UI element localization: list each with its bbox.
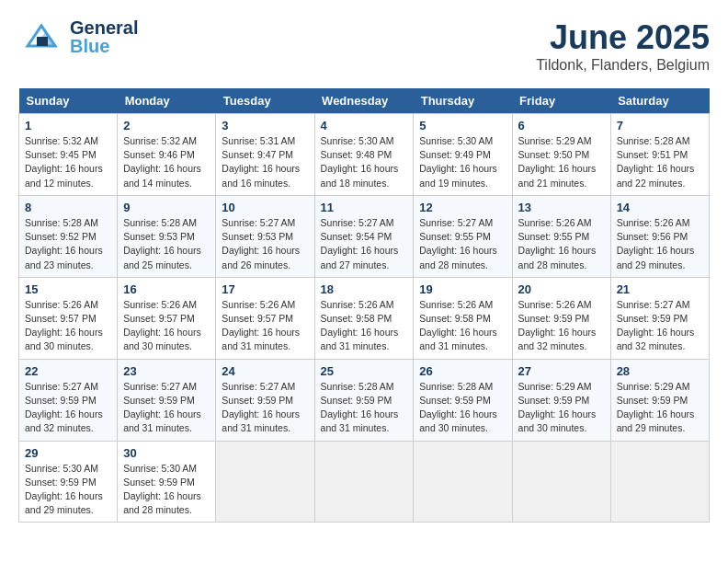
sunrise-time: Sunrise: 5:26 AM — [321, 299, 394, 310]
daylight-hours: Daylight: 16 hours and 16 minutes. — [222, 163, 300, 188]
day-number: 4 — [321, 119, 408, 132]
day-detail: Sunrise: 5:30 AM Sunset: 9:48 PM Dayligh… — [321, 134, 408, 190]
day-detail: Sunrise: 5:27 AM Sunset: 9:55 PM Dayligh… — [419, 216, 506, 272]
daylight-hours: Daylight: 16 hours and 27 minutes. — [321, 245, 399, 270]
sunrise-time: Sunrise: 5:27 AM — [123, 381, 197, 392]
sunset-time: Sunset: 9:57 PM — [25, 313, 97, 324]
calendar-week-row: 8 Sunrise: 5:28 AM Sunset: 9:52 PM Dayli… — [19, 195, 710, 277]
daylight-hours: Daylight: 16 hours and 28 minutes. — [419, 245, 497, 270]
sunrise-time: Sunrise: 5:27 AM — [222, 217, 295, 228]
day-detail: Sunrise: 5:26 AM Sunset: 9:58 PM Dayligh… — [321, 298, 408, 354]
calendar-cell: 20 Sunrise: 5:26 AM Sunset: 9:59 PM Dayl… — [512, 277, 610, 359]
sunset-time: Sunset: 9:57 PM — [222, 313, 293, 324]
sunset-time: Sunset: 9:53 PM — [222, 231, 293, 242]
day-detail: Sunrise: 5:27 AM Sunset: 9:54 PM Dayligh… — [321, 216, 408, 272]
day-number: 19 — [419, 282, 506, 296]
sunrise-time: Sunrise: 5:32 AM — [123, 135, 197, 146]
day-detail: Sunrise: 5:31 AM Sunset: 9:47 PM Dayligh… — [222, 134, 308, 190]
sunset-time: Sunset: 9:54 PM — [321, 231, 392, 242]
day-detail: Sunrise: 5:30 AM Sunset: 9:59 PM Dayligh… — [123, 462, 210, 518]
daylight-hours: Daylight: 16 hours and 25 minutes. — [123, 245, 201, 270]
calendar-cell: 4 Sunrise: 5:30 AM Sunset: 9:48 PM Dayli… — [314, 114, 414, 196]
day-number: 30 — [123, 446, 210, 460]
day-number: 16 — [123, 282, 210, 296]
day-detail: Sunrise: 5:26 AM Sunset: 9:56 PM Dayligh… — [617, 216, 703, 272]
daylight-hours: Daylight: 16 hours and 31 minutes. — [419, 327, 497, 351]
calendar-cell: 1 Sunrise: 5:32 AM Sunset: 9:45 PM Dayli… — [19, 114, 118, 196]
daylight-hours: Daylight: 16 hours and 14 minutes. — [123, 163, 201, 188]
sunset-time: Sunset: 9:53 PM — [123, 231, 195, 242]
sunrise-time: Sunrise: 5:27 AM — [25, 381, 98, 392]
daylight-hours: Daylight: 16 hours and 18 minutes. — [321, 163, 399, 188]
sunrise-time: Sunrise: 5:28 AM — [123, 217, 197, 228]
title-section: June 2025 Tildonk, Flanders, Belgium — [536, 18, 710, 74]
calendar-cell: 19 Sunrise: 5:26 AM Sunset: 9:58 PM Dayl… — [414, 277, 512, 359]
sunrise-time: Sunrise: 5:26 AM — [617, 217, 690, 228]
calendar-cell: 29 Sunrise: 5:30 AM Sunset: 9:59 PM Dayl… — [19, 441, 118, 523]
location-title: Tildonk, Flanders, Belgium — [536, 57, 710, 74]
logo-general-text: General — [70, 18, 138, 37]
day-detail: Sunrise: 5:28 AM Sunset: 9:59 PM Dayligh… — [321, 380, 408, 436]
sunrise-time: Sunrise: 5:27 AM — [419, 217, 493, 228]
daylight-hours: Daylight: 16 hours and 31 minutes. — [123, 408, 201, 433]
daylight-hours: Daylight: 16 hours and 31 minutes. — [222, 408, 300, 433]
day-number: 23 — [123, 364, 210, 378]
day-detail: Sunrise: 5:26 AM Sunset: 9:57 PM Dayligh… — [222, 298, 308, 354]
logo: General Blue — [18, 18, 138, 55]
logo-icon — [18, 18, 64, 55]
day-detail: Sunrise: 5:27 AM Sunset: 9:59 PM Dayligh… — [222, 380, 308, 436]
day-detail: Sunrise: 5:29 AM Sunset: 9:50 PM Dayligh… — [518, 134, 605, 190]
calendar-week-row: 29 Sunrise: 5:30 AM Sunset: 9:59 PM Dayl… — [19, 441, 710, 523]
calendar-cell: 6 Sunrise: 5:29 AM Sunset: 9:50 PM Dayli… — [512, 114, 610, 196]
calendar-week-row: 22 Sunrise: 5:27 AM Sunset: 9:59 PM Dayl… — [19, 359, 710, 441]
sunset-time: Sunset: 9:48 PM — [321, 149, 392, 160]
sunrise-time: Sunrise: 5:26 AM — [518, 299, 592, 310]
sunset-time: Sunset: 9:58 PM — [419, 313, 491, 324]
calendar-cell: 7 Sunrise: 5:28 AM Sunset: 9:51 PM Dayli… — [610, 114, 709, 196]
sunrise-time: Sunrise: 5:27 AM — [321, 217, 394, 228]
sunrise-time: Sunrise: 5:26 AM — [123, 299, 197, 310]
day-number: 9 — [123, 201, 210, 214]
daylight-hours: Daylight: 16 hours and 28 minutes. — [518, 245, 597, 270]
calendar-cell: 23 Sunrise: 5:27 AM Sunset: 9:59 PM Dayl… — [118, 359, 216, 441]
daylight-hours: Daylight: 16 hours and 29 minutes. — [617, 408, 695, 433]
day-detail: Sunrise: 5:26 AM Sunset: 9:58 PM Dayligh… — [419, 298, 506, 354]
day-number: 18 — [321, 282, 408, 296]
calendar-cell: 26 Sunrise: 5:28 AM Sunset: 9:59 PM Dayl… — [414, 359, 512, 441]
day-number: 17 — [222, 282, 308, 296]
sunrise-time: Sunrise: 5:28 AM — [617, 135, 690, 146]
daylight-hours: Daylight: 16 hours and 30 minutes. — [518, 408, 597, 433]
day-number: 2 — [123, 119, 210, 132]
calendar-cell: 9 Sunrise: 5:28 AM Sunset: 9:53 PM Dayli… — [118, 195, 216, 277]
sunrise-time: Sunrise: 5:29 AM — [518, 135, 592, 146]
sunset-time: Sunset: 9:59 PM — [123, 477, 195, 488]
sunrise-time: Sunrise: 5:26 AM — [419, 299, 493, 310]
logo-text: General Blue — [70, 18, 138, 55]
calendar-cell: 24 Sunrise: 5:27 AM Sunset: 9:59 PM Dayl… — [216, 359, 314, 441]
day-detail: Sunrise: 5:28 AM Sunset: 9:51 PM Dayligh… — [617, 134, 703, 190]
sunset-time: Sunset: 9:55 PM — [518, 231, 590, 242]
day-detail: Sunrise: 5:30 AM Sunset: 9:49 PM Dayligh… — [419, 134, 506, 190]
day-number: 27 — [518, 364, 605, 378]
day-detail: Sunrise: 5:26 AM Sunset: 9:57 PM Dayligh… — [25, 298, 111, 354]
day-number: 26 — [419, 364, 506, 378]
calendar-cell: 21 Sunrise: 5:27 AM Sunset: 9:59 PM Dayl… — [610, 277, 709, 359]
page-header: General Blue June 2025 Tildonk, Flanders… — [18, 18, 710, 74]
calendar-cell: 12 Sunrise: 5:27 AM Sunset: 9:55 PM Dayl… — [414, 195, 512, 277]
calendar-cell: 10 Sunrise: 5:27 AM Sunset: 9:53 PM Dayl… — [216, 195, 314, 277]
sunset-time: Sunset: 9:46 PM — [123, 149, 195, 160]
day-number: 14 — [617, 201, 703, 214]
sunrise-time: Sunrise: 5:32 AM — [25, 135, 98, 146]
sunset-time: Sunset: 9:56 PM — [617, 231, 688, 242]
weekday-header-monday: Monday — [118, 88, 216, 114]
day-detail: Sunrise: 5:28 AM Sunset: 9:53 PM Dayligh… — [123, 216, 210, 272]
day-detail: Sunrise: 5:32 AM Sunset: 9:46 PM Dayligh… — [123, 134, 210, 190]
day-number: 13 — [518, 201, 605, 214]
weekday-header-thursday: Thursday — [414, 88, 512, 114]
sunset-time: Sunset: 9:59 PM — [222, 395, 293, 406]
sunrise-time: Sunrise: 5:31 AM — [222, 135, 295, 146]
sunrise-time: Sunrise: 5:26 AM — [25, 299, 98, 310]
day-number: 6 — [518, 119, 605, 132]
sunset-time: Sunset: 9:59 PM — [617, 313, 688, 324]
day-number: 11 — [321, 201, 408, 214]
